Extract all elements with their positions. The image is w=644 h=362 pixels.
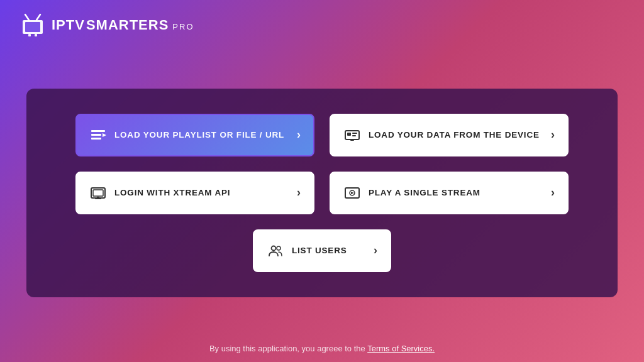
single-stream-button[interactable]: PLAY A SINGLE STREAM › [330,172,569,214]
load-playlist-button[interactable]: LOAD YOUR PLAYLIST OR FILE / URL › [75,114,314,156]
svg-marker-21 [351,192,354,194]
main-card: LOAD YOUR PLAYLIST OR FILE / URL › LOAD … [26,89,618,297]
logo-area: IPTV SMARTERS PRO [19,11,194,39]
xtream-api-chevron: › [297,186,301,199]
svg-rect-17 [95,198,101,199]
terms-link[interactable]: Terms of Services. [367,344,435,353]
svg-rect-5 [35,34,37,36]
svg-rect-4 [28,34,31,36]
load-device-chevron: › [551,128,555,141]
footer: By using this application, you agreee to… [201,335,443,362]
single-stream-label: PLAY A SINGLE STREAM [369,188,480,197]
button-row-1: LOAD YOUR PLAYLIST OR FILE / URL › LOAD … [58,114,586,156]
single-stream-chevron: › [551,186,555,199]
xtream-api-button[interactable]: LOGIN WITH XTREAM API › [75,172,314,214]
list-users-chevron: › [374,244,377,257]
button-row-2: LOGIN WITH XTREAM API › PLAY A SINGLE ST… [58,172,586,214]
svg-point-22 [272,246,276,250]
list-users-label: LIST USERS [292,246,347,255]
svg-rect-7 [91,134,101,136]
button-row-3: LIST USERS › [253,229,391,272]
xtream-api-label: LOGIN WITH XTREAM API [114,188,230,197]
svg-marker-9 [103,133,106,137]
load-device-label: LOAD YOUR DATA FROM THE DEVICE [369,130,540,140]
users-icon [267,242,284,260]
logo-icon [19,11,47,39]
header: IPTV SMARTERS PRO [0,0,644,50]
list-users-button[interactable]: LIST USERS › [253,229,391,272]
logo-text: IPTV SMARTERS PRO [52,17,194,33]
load-device-button[interactable]: LOAD YOUR DATA FROM THE DEVICE › [330,114,569,156]
svg-line-2 [25,14,29,20]
svg-rect-1 [25,22,40,32]
device-icon [343,126,361,144]
svg-rect-13 [352,135,356,136]
svg-rect-6 [91,130,105,132]
svg-rect-18 [97,197,99,198]
svg-line-3 [36,14,40,20]
xtream-icon [89,184,107,202]
svg-rect-16 [93,190,103,196]
stream-icon [343,184,361,202]
load-playlist-label: LOAD YOUR PLAYLIST OR FILE / URL [114,130,284,140]
load-playlist-chevron: › [297,128,301,141]
svg-rect-12 [352,133,357,134]
playlist-icon [89,126,107,144]
svg-rect-14 [350,140,354,141]
svg-rect-11 [347,133,351,136]
footer-text: By using this application, you agreee to… [209,344,365,353]
svg-point-23 [277,246,280,250]
svg-rect-8 [91,138,101,140]
